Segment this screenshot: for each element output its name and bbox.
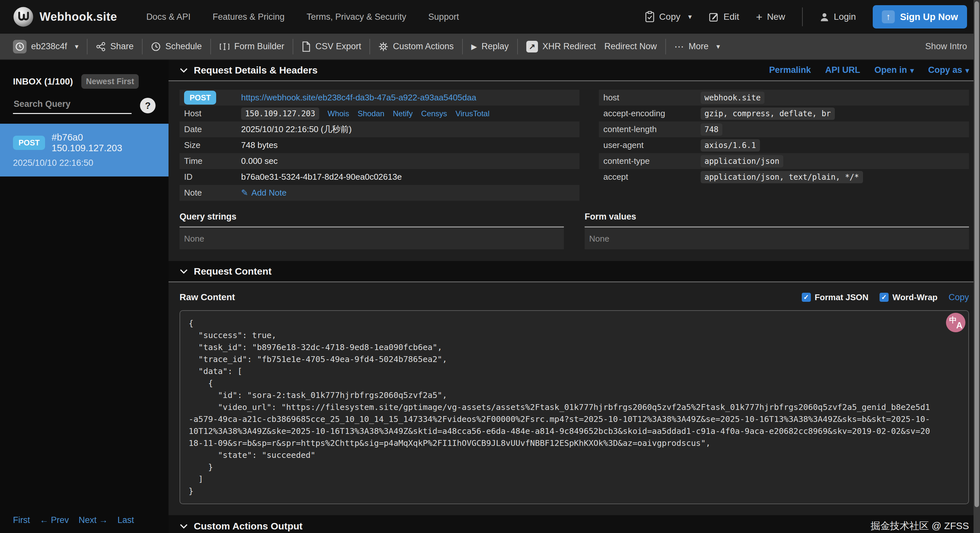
redirect-now-button[interactable]: Redirect Now (605, 41, 657, 51)
chevron-down-icon (180, 523, 188, 529)
toolbar-separator (665, 39, 666, 54)
action-toolbar: eb238c4f Share Schedule Form Builder CSV… (0, 34, 980, 60)
nav-link-support[interactable]: Support (428, 12, 459, 22)
replay-button-label: Replay (482, 41, 509, 51)
shodan-link[interactable]: Shodan (358, 109, 384, 118)
top-navbar: Webhook.site Docs & API Features & Prici… (0, 0, 980, 34)
pagination-next[interactable]: Next → (79, 515, 108, 525)
size-label: Size (184, 140, 241, 150)
table-row: Note Add Note (180, 185, 579, 201)
nav-link-terms[interactable]: Terms, Privacy & Security (307, 12, 406, 22)
censys-link[interactable]: Censys (421, 109, 447, 118)
whois-link[interactable]: Whois (328, 109, 349, 118)
table-row: Host 150.109.127.203 Whois Shodan Netify… (180, 106, 579, 121)
pagination-last[interactable]: Last (118, 515, 134, 525)
code-line: "task_id": "b8976e18-32dc-4718-9ed8-1ea0… (189, 341, 960, 353)
table-row: accept-encoding gzip, compress, deflate,… (599, 106, 969, 121)
csv-export-button-label: CSV Export (315, 41, 361, 51)
edit-button[interactable]: Edit (709, 12, 739, 22)
table-row: ID b76a0e31-5324-4b17-8d24-90ea0c02613e (180, 169, 579, 185)
request-url-link[interactable]: https://webhook.site/eb238c4f-da3b-47a5-… (241, 93, 476, 103)
table-row: POST https://webhook.site/eb238c4f-da3b-… (180, 90, 579, 106)
section-header-custom-actions[interactable]: Custom Actions Output 掘金技术社区 @ ZFSS (169, 515, 980, 533)
brand[interactable]: Webhook.site (13, 6, 117, 27)
word-wrap-label: Word-Wrap (892, 292, 937, 303)
translate-icon: 中 (949, 315, 957, 325)
query-strings-section: Query strings None (180, 212, 564, 249)
section-header-details[interactable]: Request Details & Headers Permalink API … (169, 60, 980, 81)
signup-button[interactable]: Sign Up Now (873, 5, 967, 29)
section-header-content[interactable]: Request Content (169, 261, 980, 282)
play-icon (471, 41, 477, 51)
schedule-button-label: Schedule (165, 41, 202, 51)
code-line: "state": "succeeded" (189, 449, 960, 461)
redirect-now-button-label: Redirect Now (605, 41, 657, 51)
toolbar-separator (210, 39, 211, 54)
sort-order-badge[interactable]: Newest First (81, 74, 139, 89)
schedule-button[interactable]: Schedule (151, 41, 202, 51)
word-wrap-checkbox[interactable]: Word-Wrap (880, 292, 937, 303)
time-value: 0.000 sec (241, 156, 278, 166)
netify-link[interactable]: Netify (393, 109, 412, 118)
permalink-link[interactable]: Permalink (769, 65, 811, 75)
toolbar-separator (293, 39, 293, 54)
raw-content-title: Raw Content (180, 292, 235, 303)
raw-content-code: { "success": true, "task_id": "b8976e18-… (180, 310, 969, 504)
footer-credit: 掘金技术社区 @ ZFSS (870, 519, 969, 533)
translate-button[interactable]: 中 A (946, 313, 966, 332)
code-line: 10T12%3A38%3A49Z&ske=2025-10-16T13%3A38%… (189, 425, 960, 437)
token-label: eb238c4f (31, 41, 67, 51)
xhr-redirect-button[interactable]: XHR Redirect (526, 41, 596, 52)
table-row: accept application/json, text/plain, */* (599, 169, 969, 185)
api-url-link[interactable]: API URL (825, 65, 860, 75)
nav-link-docs[interactable]: Docs & API (146, 12, 191, 22)
copy-as-dropdown[interactable]: Copy as (928, 65, 969, 75)
code-line: } (189, 485, 960, 497)
token-dropdown[interactable]: eb238c4f (13, 40, 78, 54)
code-line: { (189, 377, 960, 389)
search-help-button[interactable]: ? (140, 98, 156, 113)
form-builder-icon (220, 42, 230, 51)
form-builder-button[interactable]: Form Builder (220, 41, 285, 51)
open-in-dropdown[interactable]: Open in (874, 65, 914, 75)
search-input[interactable] (13, 97, 132, 114)
share-button[interactable]: Share (96, 41, 134, 51)
add-note-link[interactable]: Add Note (241, 188, 286, 198)
section-title-custom-actions: Custom Actions Output (194, 521, 303, 532)
edit-button-label: Edit (724, 12, 739, 22)
csv-export-button[interactable]: CSV Export (302, 41, 361, 52)
custom-actions-button[interactable]: Custom Actions (379, 41, 454, 51)
toolbar-separator (369, 39, 370, 54)
more-dropdown[interactable]: More (675, 41, 720, 52)
format-json-label: Format JSON (815, 292, 869, 303)
format-json-checkbox[interactable]: Format JSON (802, 292, 869, 303)
new-button-label: New (767, 12, 785, 22)
signup-arrow-icon (882, 10, 895, 23)
scrollbar-thumb[interactable] (975, 1, 979, 507)
copy-content-link[interactable]: Copy (948, 292, 969, 303)
token-clock-icon (13, 40, 27, 54)
section-title-content: Request Content (194, 266, 272, 277)
replay-button[interactable]: Replay (471, 41, 509, 51)
login-button[interactable]: Login (819, 12, 856, 22)
table-row: user-agent axios/1.6.1 (599, 137, 969, 153)
code-line: "id": "sora-2:task_01k777hjrbfrgs2060q5z… (189, 389, 960, 401)
nav-link-features[interactable]: Features & Pricing (213, 12, 285, 22)
table-row: content-type application/json (599, 153, 969, 169)
webhook-logo-icon (13, 6, 34, 27)
pagination: First ← Prev Next → Last (13, 515, 134, 525)
nav-divider (802, 8, 803, 26)
virustotal-link[interactable]: VirusTotal (456, 109, 490, 118)
request-list-item[interactable]: POST #b76a0 150.109.127.203 2025/10/10 2… (0, 124, 169, 176)
header-name: accept-encoding (603, 108, 701, 119)
checkbox-checked-icon (802, 293, 811, 302)
pagination-first[interactable]: First (13, 515, 30, 525)
new-button[interactable]: New (756, 11, 785, 23)
pagination-prev[interactable]: ← Prev (40, 515, 69, 525)
header-value: application/json (701, 155, 783, 167)
user-icon (819, 12, 829, 22)
request-detail-panel: Request Details & Headers Permalink API … (169, 60, 980, 533)
more-dropdown-label: More (689, 41, 709, 51)
copy-dropdown[interactable]: Copy (645, 11, 692, 23)
show-intro-link[interactable]: Show Intro (925, 41, 967, 51)
